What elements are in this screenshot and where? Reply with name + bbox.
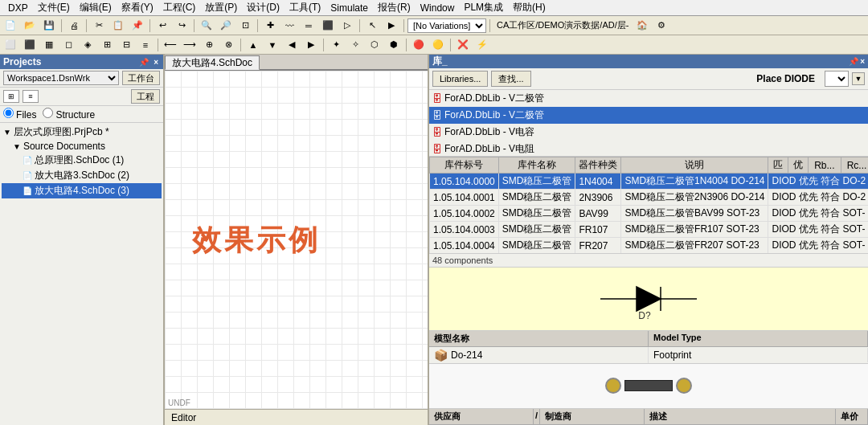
toolbar-btn-zoom-out[interactable]: 🔎 — [217, 18, 235, 34]
dropdown-expand-btn[interactable]: ▼ — [852, 72, 865, 85]
schematic-canvas[interactable]: 效果示例 UNDF — [165, 71, 428, 409]
files-radio[interactable] — [3, 108, 14, 118]
toolbar-btn-2[interactable]: 📂 — [21, 18, 39, 34]
toolbar-btn-zoom-in[interactable]: 🔍 — [198, 18, 215, 34]
menu-dxp[interactable]: DXP — [3, 2, 33, 14]
toolbar-btn-3[interactable]: 💾 — [40, 18, 58, 34]
lib-tree-item-2[interactable]: 🗄 ForAD.DbLib - V电容 — [429, 124, 868, 141]
main-layout: Projects 📌 × Workspace1.DsnWrk 工作台 ⊞ ≡ 工… — [0, 55, 868, 425]
lib-tree-label-2: ForAD.DbLib - V电容 — [444, 125, 534, 139]
table-row[interactable]: 1.05.104.0000 SMD稳压二极管 1N4004 SMD稳压二极管1N… — [430, 174, 869, 190]
toolbar-btn-fit[interactable]: ⊡ — [236, 18, 254, 34]
supplier-area: 供应商 / 制造商 描述 单价 — [429, 409, 868, 425]
file-tree: ▼ 层次式原理图.PrjPcb * ▼ Source Documents 📄 总… — [0, 123, 163, 425]
tb2-btn5[interactable]: ◈ — [79, 37, 96, 53]
col-header-type: 器件种类 — [575, 157, 621, 174]
toolbar-btn-bus[interactable]: ═ — [300, 18, 317, 34]
toolbar-btn-redo[interactable]: ↪ — [173, 18, 190, 34]
cell-type: 1N4004 — [575, 174, 621, 190]
structure-radio[interactable] — [43, 108, 53, 118]
tb2-btn9[interactable]: ⟵ — [162, 37, 179, 53]
lib-tree-item-3[interactable]: 🗄 ForAD.DbLib - V电阻 — [429, 141, 868, 157]
tb2-btn19[interactable]: ⬡ — [366, 37, 383, 53]
libraries-btn[interactable]: Libraries... — [432, 71, 488, 87]
tb2-btn1[interactable]: ⬜ — [2, 37, 19, 53]
table-row[interactable]: 1.05.104.0001 SMD稳压二极管 2N3906 SMD稳压二极管2N… — [430, 190, 869, 206]
tb2-btn8[interactable]: ≡ — [137, 37, 154, 53]
schematic-tab[interactable]: 放大电路4.SchDoc — [165, 55, 260, 70]
lib-dropdown[interactable] — [825, 71, 849, 87]
toolbar-btn-home[interactable]: 🏠 — [633, 18, 651, 34]
menu-design[interactable]: 设计(D) — [242, 1, 285, 14]
toolbar-btn-wire[interactable]: 〰 — [280, 18, 298, 34]
tb2-btn4[interactable]: ◻ — [59, 37, 77, 53]
tb2-btn24[interactable]: ⚡ — [473, 37, 491, 53]
tree-item-0[interactable]: ▼ 层次式原理图.PrjPcb * — [2, 125, 162, 140]
table-row[interactable]: 1.05.104.0002 SMD稳压二极管 BAV99 SMD稳压二极管BAV… — [430, 206, 869, 222]
panel-close-btn[interactable]: × — [152, 58, 160, 67]
tb2-btn16[interactable]: ▶ — [302, 37, 320, 53]
tb2-btn21[interactable]: 🔴 — [410, 37, 428, 53]
menu-window[interactable]: Window — [416, 2, 460, 14]
menu-report[interactable]: 报告(R) — [373, 1, 416, 14]
workbench-btn[interactable]: 工作台 — [122, 71, 160, 85]
menu-help[interactable]: 帮助(H) — [508, 1, 551, 14]
menu-place[interactable]: 放置(P) — [200, 1, 242, 14]
tree-item-3[interactable]: 📄 放大电路3.SchDoc (2) — [2, 168, 162, 183]
toolbar-btn-arrow[interactable]: ↖ — [363, 18, 381, 34]
menu-plm[interactable]: PLM集成 — [459, 1, 508, 14]
tree-item-2[interactable]: 📄 总原理图.SchDoc (1) — [2, 153, 162, 168]
tb2-btn23[interactable]: ❌ — [454, 37, 472, 53]
toolbar-btn-comp[interactable]: ⬛ — [319, 18, 337, 34]
menu-project[interactable]: 工程(C) — [158, 1, 201, 14]
icons-btn[interactable]: ⊞ — [3, 90, 19, 103]
search-btn[interactable]: 查找... — [491, 71, 530, 87]
workspace-select[interactable]: Workspace1.DsnWrk — [3, 71, 119, 85]
table-row[interactable]: 1.05.104.0004 SMD稳压二极管 FR207 SMD稳压二极管FR2… — [430, 238, 869, 254]
tb2-btn22[interactable]: 🟡 — [429, 37, 447, 53]
toolbar-btn-1[interactable]: 📄 — [2, 18, 19, 34]
toolbar-btn-port[interactable]: ▷ — [338, 18, 356, 34]
tb2-btn17[interactable]: ✦ — [327, 37, 345, 53]
toolbar-btn-settings[interactable]: ⚙ — [653, 18, 670, 34]
menu-view[interactable]: 察看(Y) — [117, 1, 158, 14]
lib-close-btn[interactable]: × — [860, 57, 865, 66]
tb2-btn3[interactable]: ▦ — [40, 37, 58, 53]
lib-tree-item-1[interactable]: 🗄 ForAD.DbLib - V二极管 — [429, 107, 868, 124]
tb2-btn2[interactable]: ⬛ — [21, 37, 39, 53]
tb2-btn15[interactable]: ◀ — [283, 37, 301, 53]
lib-pin-btn[interactable]: 📌 — [849, 57, 858, 66]
toolbar-btn-run[interactable]: ▶ — [383, 18, 400, 34]
tree-icon-3: 📄 — [23, 171, 32, 180]
lib-tree-item-0[interactable]: 🗄 ForAD.DbLib - V二极管 — [429, 90, 868, 107]
menu-file[interactable]: 文件(E) — [33, 1, 75, 14]
tb2-btn7[interactable]: ⊟ — [117, 37, 135, 53]
project-btn[interactable]: 工程 — [131, 89, 160, 104]
tb2-btn18[interactable]: ✧ — [346, 37, 364, 53]
toolbar-btn-cut[interactable]: ✂ — [90, 18, 108, 34]
tb2-btn14[interactable]: ▼ — [264, 37, 281, 53]
toolbar-btn-cross[interactable]: ✚ — [261, 18, 279, 34]
tb2-btn10[interactable]: ⟶ — [181, 37, 199, 53]
files-radio-label[interactable]: Files — [3, 108, 36, 121]
table-row[interactable]: 1.05.104.0003 SMD稳压二极管 FR107 SMD稳压二极管FR1… — [430, 222, 869, 238]
toolbar-btn-copy[interactable]: 📋 — [109, 18, 127, 34]
tb2-btn11[interactable]: ⊕ — [200, 37, 218, 53]
tree-item-1[interactable]: ▼ Source Documents — [2, 140, 162, 153]
menu-simulate[interactable]: Simulate — [326, 2, 373, 14]
tb2-btn12[interactable]: ⊗ — [219, 37, 237, 53]
tree-item-4[interactable]: 📄 放大电路4.SchDoc (3) — [2, 183, 162, 198]
toolbar-btn-undo[interactable]: ↩ — [154, 18, 171, 34]
variations-dropdown[interactable]: [No Variations] — [407, 18, 486, 33]
menu-edit[interactable]: 编辑(E) — [75, 1, 117, 14]
toolbar-btn-paste[interactable]: 📌 — [129, 18, 146, 34]
toolbar-btn-print[interactable]: 🖨 — [65, 18, 83, 34]
tb2-btn6[interactable]: ⊞ — [98, 37, 116, 53]
panel-pin-btn[interactable]: 📌 — [137, 58, 150, 67]
tb2-btn20[interactable]: ⬢ — [385, 37, 403, 53]
list-btn[interactable]: ≡ — [23, 90, 39, 103]
component-table: 库件标号 库件名称 器件种类 说明 匹 优 Rb... Rc... ... 1.… — [429, 157, 868, 254]
tb2-btn13[interactable]: ▲ — [244, 37, 262, 53]
menu-tools[interactable]: 工具(T) — [285, 1, 326, 14]
structure-radio-label[interactable]: Structure — [43, 108, 95, 121]
